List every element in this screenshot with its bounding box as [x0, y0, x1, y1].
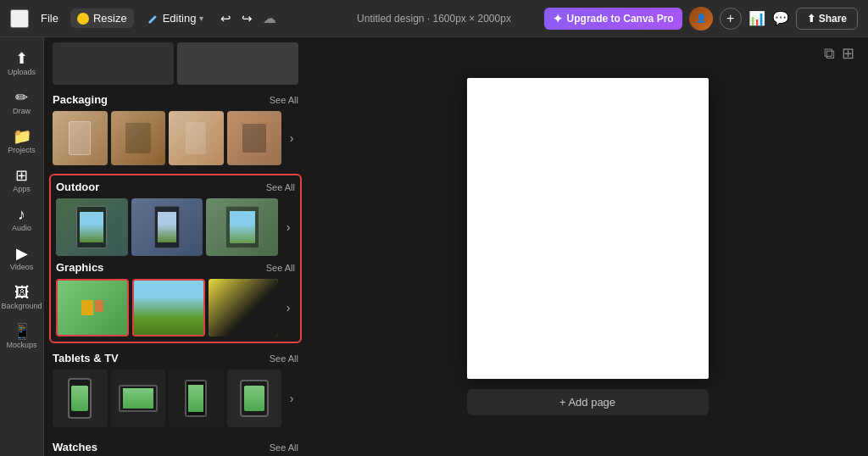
avatar[interactable]: 👤	[689, 7, 713, 31]
design-canvas[interactable]	[467, 78, 709, 379]
cloud-save-button[interactable]: ☁	[263, 10, 276, 26]
packaging-thumb-row: ›	[53, 111, 298, 165]
add-page-button[interactable]: + Add page	[467, 389, 709, 415]
sidebar-item-background[interactable]: 🖼 Background	[3, 280, 42, 315]
packaging-thumb-4[interactable]	[227, 111, 282, 165]
thumb-visual	[186, 122, 206, 154]
main-layout: ⬆ Uploads ✏ Draw 📁 Projects ⊞ Apps ♪ Aud…	[0, 37, 868, 456]
watches-section: Watches See All ⌚ ⌚	[44, 434, 307, 456]
packaging-thumb-2[interactable]	[111, 111, 166, 165]
share-button[interactable]: ⬆ Share	[796, 8, 858, 30]
background-icon: 🖼	[14, 285, 30, 300]
graphics-thumb-1[interactable]	[56, 279, 129, 336]
tablet-thumb-3[interactable]	[169, 370, 224, 427]
graphics-thumb-2[interactable]	[132, 279, 205, 336]
watches-see-all[interactable]: See All	[270, 442, 298, 453]
phone-device-visual	[185, 380, 207, 417]
graphics-see-all[interactable]: See All	[266, 263, 295, 273]
add-collaborator-button[interactable]: +	[720, 8, 742, 30]
pencil-icon	[147, 13, 159, 25]
graphics-chevron-right[interactable]: ›	[281, 301, 295, 314]
sidebar-item-draw[interactable]: ✏ Draw	[3, 85, 42, 120]
tablet-thumb-1[interactable]	[53, 370, 108, 427]
packaging-chevron-right[interactable]: ›	[285, 131, 298, 145]
redo-button[interactable]: ↪	[238, 9, 256, 28]
share-icon: ⬆	[807, 13, 815, 25]
canvas-area: ⧉ ⊞ + Add page	[307, 37, 868, 456]
tablets-chevron-right[interactable]: ›	[285, 392, 298, 405]
graphics-thumb-3[interactable]	[209, 279, 278, 336]
packaging-section: Packaging See All	[44, 86, 307, 172]
outdoor-thumb-3[interactable]	[206, 198, 278, 256]
graphics-thumb-row: ›	[56, 279, 295, 336]
sidebar-label-draw: Draw	[13, 107, 31, 115]
resize-button[interactable]: Resize	[70, 8, 134, 28]
tablets-header: Tablets & TV See All	[53, 352, 298, 364]
tablet-thumb-4[interactable]	[227, 370, 282, 427]
watches-header: Watches See All	[53, 441, 298, 453]
outdoor-thumb-row: ›	[56, 198, 295, 256]
tablets-thumb-row: ›	[53, 370, 298, 427]
graphics-title: Graphics	[56, 261, 103, 274]
star-icon: ✦	[553, 12, 563, 25]
thumb-visual	[154, 206, 180, 248]
sidebar-label-videos: Videos	[10, 263, 33, 271]
outdoor-title: Outdoor	[56, 181, 99, 193]
packaging-thumb-3[interactable]	[169, 111, 224, 165]
outdoor-section: Outdoor See All	[56, 181, 295, 256]
thumb-visual	[209, 279, 278, 336]
sidebar-label-apps: Apps	[13, 185, 31, 193]
packaging-title: Packaging	[53, 93, 108, 106]
icon-sidebar: ⬆ Uploads ✏ Draw 📁 Projects ⊞ Apps ♪ Aud…	[0, 37, 44, 456]
upgrade-button[interactable]: ✦ Upgrade to Canva Pro	[544, 8, 682, 30]
partial-thumb[interactable]	[177, 42, 298, 85]
thumb-visual	[78, 297, 107, 319]
packaging-see-all[interactable]: See All	[270, 95, 298, 105]
document-title: Untitled design · 1600px × 2000px	[357, 13, 511, 25]
outdoor-thumb-2[interactable]	[131, 198, 203, 256]
packaging-header: Packaging See All	[53, 93, 298, 106]
tablets-see-all[interactable]: See All	[270, 353, 298, 364]
topbar-left: File Resize Editing ▾ ↩ ↪ ☁	[10, 8, 276, 28]
avatar-image: 👤	[689, 7, 713, 31]
duplicate-canvas-button[interactable]: ⧉	[824, 44, 835, 63]
sidebar-label-audio: Audio	[12, 224, 31, 232]
tablet-device-visual	[68, 378, 92, 419]
watches-title: Watches	[53, 441, 97, 453]
thumb-visual	[225, 206, 259, 248]
comment-button[interactable]: 💬	[772, 10, 789, 26]
sidebar-label-uploads: Uploads	[8, 68, 36, 76]
file-button[interactable]: File	[36, 8, 64, 28]
sidebar-item-videos[interactable]: ▶ Videos	[3, 241, 42, 276]
graphics-header: Graphics See All	[56, 261, 295, 274]
outdoor-see-all[interactable]: See All	[266, 182, 295, 192]
stats-button[interactable]: 📊	[748, 10, 765, 26]
tablets-section: Tablets & TV See All	[44, 345, 307, 434]
packaging-thumb-1[interactable]	[53, 111, 108, 165]
outdoor-thumb-1[interactable]	[56, 198, 128, 256]
sidebar-item-projects[interactable]: 📁 Projects	[3, 124, 42, 159]
outdoor-header: Outdoor See All	[56, 181, 295, 193]
editing-button[interactable]: Editing ▾	[141, 8, 211, 28]
resize-icon	[77, 13, 89, 25]
sidebar-item-apps[interactable]: ⊞ Apps	[3, 163, 42, 198]
tablet-thumb-2[interactable]	[111, 370, 166, 427]
tv-device-visual	[119, 385, 158, 412]
outdoor-graphics-highlighted: Outdoor See All	[49, 174, 302, 343]
apps-icon: ⊞	[15, 168, 28, 183]
upload-icon: ⬆	[15, 51, 28, 66]
thumb-visual	[242, 124, 266, 153]
sidebar-item-uploads[interactable]: ⬆ Uploads	[3, 46, 42, 81]
menu-button[interactable]	[10, 9, 29, 28]
thumb-visual	[76, 206, 107, 248]
expand-canvas-button[interactable]: ⊞	[842, 44, 854, 63]
partial-thumb[interactable]	[53, 42, 174, 85]
sidebar-item-audio[interactable]: ♪ Audio	[3, 202, 42, 237]
projects-icon: 📁	[13, 129, 31, 144]
undo-button[interactable]: ↩	[217, 9, 235, 28]
sidebar-label-mockups: Mockups	[6, 341, 36, 349]
sidebar-item-mockups[interactable]: 📱 Mockups	[3, 319, 42, 354]
graphics-section: Graphics See All	[56, 261, 295, 336]
thumb-visual	[134, 281, 203, 335]
outdoor-chevron-right[interactable]: ›	[281, 220, 295, 234]
